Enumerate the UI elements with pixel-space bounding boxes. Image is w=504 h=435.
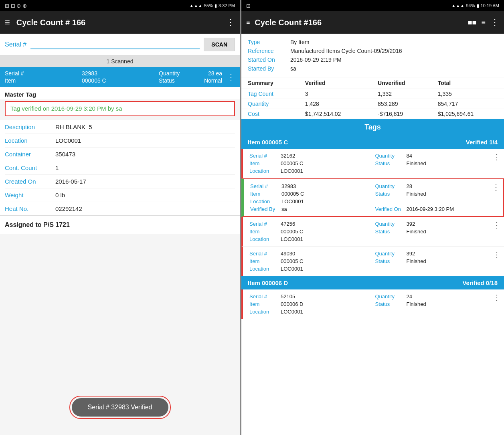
table-row: Tag Count 3 1,332 1,335 (241, 89, 504, 99)
summary-row-unverified-1: 853,289 (371, 99, 431, 109)
tc-key-quantity-2: Quantity (375, 221, 403, 227)
more-options-icon-right[interactable]: ⋮ (490, 17, 499, 28)
info-key-started-on: Started On (248, 57, 284, 63)
tc-key-quantity-4: Quantity (375, 293, 403, 299)
item-row-label: Item (5, 77, 79, 84)
tag-more-2[interactable]: ⋮ (493, 220, 501, 230)
summary-header-1: Verified (299, 77, 371, 89)
tc-key-status-2: Status (375, 229, 403, 235)
tc-val-status-2: Finished (407, 229, 426, 235)
summary-row-key-2: Cost (241, 109, 299, 119)
tag-col4: 28 ea Normal (194, 70, 222, 84)
tc-key-quantity-1: Quantity (375, 183, 403, 189)
tc-val-item-1: 000005 C (281, 191, 304, 197)
tc-key-serial-2: Serial # (249, 221, 277, 227)
summary-row-total-0: 1,335 (431, 89, 504, 99)
tc-key-status-3: Status (375, 258, 403, 264)
tc-val-item-4: 000006 D (281, 301, 303, 307)
app-bar-right: ≡ Cycle Count #166 ■■ ≡ ⋮ (241, 11, 504, 34)
item-group-label-1: Item 000006 D (248, 279, 288, 286)
tc-key-item-0: Item (249, 160, 277, 166)
more-options-icon[interactable]: ⋮ (226, 17, 235, 28)
tc-val-status-4: Finished (407, 301, 426, 307)
serial-input[interactable] (30, 40, 200, 49)
summary-row-total-1: 854,717 (431, 99, 504, 109)
tag-card-inner-2: Serial # 47256 Quantity 392 Item 000005 … (249, 221, 498, 242)
verified-button[interactable]: Serial # 32983 Verified (72, 398, 168, 417)
summary-row-verified-1: 1,428 (299, 99, 371, 109)
tag-more-1[interactable]: ⋮ (492, 182, 500, 192)
tc-val-quantity-3: 392 (407, 251, 415, 257)
tc-key-status-4: Status (375, 301, 403, 307)
summary-header-0: Summary (241, 77, 299, 89)
tc-location-2: Location LOC0001 (249, 236, 372, 242)
tc-val-status-0: Finished (407, 160, 426, 166)
tag-more-icon[interactable]: ⋮ (227, 72, 235, 82)
info-reference: Reference Manufactured Items Cycle Count… (248, 47, 498, 55)
tc-val-item-0: 000005 C (281, 160, 303, 166)
tc-location-1: Location LOC0001 (250, 198, 372, 204)
scan-button[interactable]: SCAN (204, 38, 235, 51)
left-status-icons: ⊞ ⊡ ⊙ ⊚ (5, 3, 27, 9)
left-screen-content: Serial # SCAN 1 Scanned Serial # Item 32… (0, 34, 240, 435)
tc-status-1: Status Finished (375, 191, 497, 197)
app-title-right: Cycle Count #166 (255, 18, 463, 27)
tc-key-location-4: Location (249, 309, 277, 315)
tag-card-4[interactable]: ⋮ Serial # 52105 Quantity 24 Item 000006… (241, 289, 504, 319)
verified-box: Tag verified on 2016-09-29 3:20 PM by sa (5, 101, 235, 116)
tag-row[interactable]: Serial # Item 32983 000005 C Quantity St… (0, 67, 240, 87)
tc-quantity-2: Quantity 392 (375, 221, 498, 227)
detail-location: Location LOC0001 (5, 134, 235, 148)
item-verified-label-0: Verified 1/4 (466, 139, 498, 146)
menu-icon-right[interactable]: ≡ (246, 19, 250, 26)
tc-val-location-1: LOC0001 (281, 198, 304, 204)
table-row: Quantity 1,428 853,289 854,717 (241, 99, 504, 109)
detail-cont-count: Cont. Count 1 (5, 161, 235, 175)
tc-key-quantity-3: Quantity (375, 251, 403, 257)
master-tag-label: Master Tag (0, 87, 240, 99)
detail-key-created-on: Created On (5, 178, 49, 185)
tc-status-3: Status Finished (375, 258, 498, 264)
tc-val-location-0: LOC0001 (281, 168, 303, 174)
tag-card-1[interactable]: ⋮ Serial # 32983 Quantity 28 Item 000005… (241, 178, 504, 217)
tc-val-quantity-4: 24 (407, 293, 412, 299)
table-row: Cost $1,742,514.02 -$716,819 $1,025,694.… (241, 109, 504, 119)
tc-serial-1: Serial # 32983 (250, 183, 372, 189)
tc-status-0: Status Finished (375, 160, 498, 166)
info-val-started-by: sa (290, 65, 498, 72)
filter2-icon[interactable]: ≡ (481, 18, 486, 27)
battery-right: 94% (466, 3, 475, 8)
tc-serial-4: Serial # 52105 (249, 293, 372, 299)
filter1-icon[interactable]: ■■ (468, 18, 477, 27)
summary-row-key-0: Tag Count (241, 89, 299, 99)
tc-key-quantity-0: Quantity (375, 153, 403, 159)
battery-icon: ▮ (215, 3, 217, 8)
tag-card-0[interactable]: ⋮ Serial # 32162 Quantity 84 Item 000005… (241, 149, 504, 178)
status-bar-right: ⊡ ▲▲▲ 94% ▮ 10:19 AM (241, 0, 504, 11)
serial-row-label: Serial # (5, 70, 79, 77)
signal-icon: ▲▲▲ (189, 3, 202, 8)
status-val: Normal (204, 77, 222, 84)
tag-more-0[interactable]: ⋮ (493, 152, 501, 162)
tc-val-location-4: LOC0001 (281, 309, 303, 315)
tc-serial-0: Serial # 32162 (249, 153, 372, 159)
serial-label: Serial # (5, 41, 26, 48)
tag-more-4[interactable]: ⋮ (493, 293, 501, 302)
left-phone: ⊞ ⊡ ⊙ ⊚ ▲▲▲ 55% ▮ 3:32 PM ≡ Cycle Count … (0, 0, 240, 435)
bottom-area: Serial # 32983 Verified (0, 234, 240, 435)
detail-val-container: 350473 (55, 151, 75, 158)
tc-quantity-4: Quantity 24 (375, 293, 498, 299)
tc-key-location-3: Location (249, 266, 277, 272)
tc-key-item-4: Item (249, 301, 277, 307)
right-left-icons: ⊡ (246, 3, 251, 9)
tc-key-serial-3: Serial # (249, 251, 277, 257)
tag-card-2[interactable]: ⋮ Serial # 47256 Quantity 392 Item 00000… (241, 217, 504, 247)
detail-val-location: LOC0001 (55, 137, 81, 144)
tc-key-verified-by-1: Verified By (250, 206, 278, 212)
status-bar-left: ⊞ ⊡ ⊙ ⊚ ▲▲▲ 55% ▮ 3:32 PM (0, 0, 240, 11)
tag-more-3[interactable]: ⋮ (493, 250, 501, 259)
tag-card-3[interactable]: ⋮ Serial # 49030 Quantity 392 Item 00000… (241, 247, 504, 276)
app-icons: ⊞ ⊡ ⊙ ⊚ (5, 3, 27, 9)
menu-icon[interactable]: ≡ (5, 17, 10, 28)
summary-row-verified-0: 3 (299, 89, 371, 99)
